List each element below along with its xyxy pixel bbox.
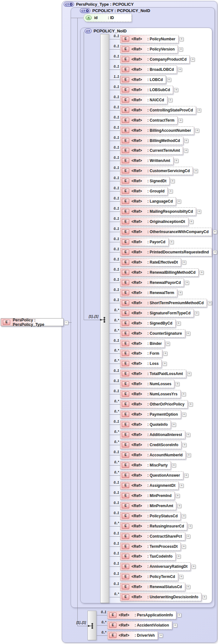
element-ref-DriverVeh[interactable]: E<Ref>: DriverVeh	[107, 631, 158, 640]
expand-icon[interactable]: +	[167, 78, 171, 82]
element-ref-TermProcessDt[interactable]: E<Ref>: TermProcessDt	[120, 542, 181, 551]
element-ref-CounterSignature[interactable]: E<Ref>: CounterSignature	[120, 329, 185, 338]
element-ref-BillingMethodCd[interactable]: E<Ref>: BillingMethodCd	[120, 137, 183, 145]
element-ref-PolicyNumber[interactable]: E<Ref>: PolicyNumber	[120, 35, 179, 43]
expand-icon[interactable]: +	[178, 291, 182, 295]
element-ref-WrittenAmt[interactable]: E<Ref>: WrittenAmt	[120, 157, 173, 165]
expand-icon[interactable]: +	[189, 402, 193, 406]
expand-icon[interactable]: +	[187, 453, 191, 457]
attribute-id[interactable]: A id : ID	[83, 14, 132, 22]
element-ref-PaymentOption[interactable]: E<Ref>: PaymentOption	[120, 410, 181, 419]
element-ref-NumLosses[interactable]: E<Ref>: NumLosses	[120, 380, 174, 388]
element-ref-ControllingStateProvCd[interactable]: E<Ref>: ControllingStateProvCd	[120, 106, 196, 114]
expand-icon[interactable]: +	[163, 352, 167, 356]
expand-icon[interactable]: +	[179, 484, 184, 488]
element-ref-PayorCd[interactable]: E<Ref>: PayorCd	[120, 238, 169, 246]
expand-icon[interactable]: +	[200, 271, 204, 275]
expand-icon[interactable]: +	[172, 463, 176, 467]
expand-icon[interactable]: +	[186, 585, 190, 589]
element-ref-BillingAccountNumber[interactable]: E<Ref>: BillingAccountNumber	[120, 126, 194, 135]
element-ref-CompanyProductCd[interactable]: E<Ref>: CompanyProductCd	[120, 55, 190, 64]
element-ref-ShortTermPremiumMethodCd[interactable]: E<Ref>: ShortTermPremiumMethodCd	[120, 299, 207, 307]
element-ref-AccountNumberId[interactable]: E<Ref>: AccountNumberId	[120, 451, 186, 459]
element-ref-NAICCd[interactable]: E<Ref>: NAICCd	[120, 96, 167, 104]
expand-icon[interactable]: +	[208, 301, 212, 305]
expand-icon[interactable]: +	[179, 118, 183, 123]
element-ref-RenewalStatusCd[interactable]: E<Ref>: RenewalStatusCd	[120, 583, 185, 591]
expand-icon[interactable]: +	[189, 220, 193, 224]
expand-icon[interactable]: +	[177, 504, 181, 508]
expand-icon[interactable]: +	[174, 159, 179, 163]
expand-icon[interactable]: +	[163, 362, 167, 366]
expand-icon[interactable]: +	[177, 554, 181, 559]
element-ref-RefusingInsurerCd[interactable]: E<Ref>: RefusingInsurerCd	[120, 522, 187, 530]
expand-icon[interactable]: +	[197, 210, 201, 214]
expand-icon[interactable]: +	[159, 634, 163, 638]
expand-icon[interactable]: +	[168, 98, 172, 102]
element-ref-PolicyStatusCd[interactable]: E<Ref>: PolicyStatusCd	[120, 512, 181, 520]
expand-icon[interactable]: +	[177, 199, 181, 204]
expand-icon[interactable]: +	[172, 423, 176, 427]
expand-icon[interactable]: +	[178, 68, 182, 72]
expand-icon[interactable]: +	[213, 230, 217, 234]
element-ref-LOBSubCd[interactable]: E<Ref>: LOBSubCd	[120, 86, 173, 94]
element-ref-LOBCd[interactable]: E<Ref>: LOBCd	[120, 76, 166, 84]
expand-icon[interactable]: +	[175, 382, 179, 386]
expand-icon[interactable]: +	[184, 139, 188, 143]
expand-icon[interactable]: +	[188, 524, 192, 528]
element-ref-MinPremAmt[interactable]: E<Ref>: MinPremAmt	[120, 502, 176, 510]
element-ref-OriginalInceptionDt[interactable]: E<Ref>: OriginalInceptionDt	[120, 218, 188, 226]
element-ref-AssignmentDt[interactable]: E<Ref>: AssignmentDt	[120, 481, 179, 490]
element-ref-ContractTerm[interactable]: E<Ref>: ContractTerm	[120, 116, 178, 124]
expand-icon[interactable]: +	[184, 473, 188, 478]
expand-icon[interactable]: +	[184, 149, 188, 153]
element-ref-MinPremInd[interactable]: E<Ref>: MinPremInd	[120, 492, 175, 500]
expand-icon[interactable]: +	[187, 372, 191, 376]
expand-icon[interactable]: +	[191, 57, 195, 62]
expand-icon[interactable]: +	[186, 332, 190, 336]
element-ref-UnderwritingDescisionInfo[interactable]: E<Ref>: UnderwritingDescisionInfo	[120, 593, 201, 601]
expand-icon[interactable]: +	[182, 514, 186, 518]
expand-icon[interactable]: +	[195, 311, 199, 315]
collapse-icon[interactable]: −	[64, 321, 68, 325]
expand-icon[interactable]: +	[173, 623, 177, 627]
element-ref-MailingResponsibiltyCd[interactable]: E<Ref>: MailingResponsibiltyCd	[120, 207, 196, 216]
expand-icon[interactable]: +	[169, 189, 173, 193]
expand-icon[interactable]: +	[182, 260, 186, 265]
element-ref-Binder[interactable]: E<Ref>: Binder	[120, 339, 165, 348]
element-perspolicy[interactable]: E PersPolicy : PersPolicy_Type	[1, 318, 64, 326]
element-ref-QuoteInfo[interactable]: E<Ref>: QuoteInfo	[120, 420, 171, 429]
expand-icon[interactable]: +	[186, 534, 190, 539]
expand-icon[interactable]: +	[202, 595, 207, 599]
expand-icon[interactable]: +	[179, 575, 183, 579]
expand-icon[interactable]: +	[174, 88, 178, 92]
element-ref-OtherInsuranceWithCompanyCd[interactable]: E<Ref>: OtherInsuranceWithCompanyCd	[120, 228, 212, 236]
element-ref-SignatureFormTypeCd[interactable]: E<Ref>: SignatureFormTypeCd	[120, 309, 194, 317]
expand-icon[interactable]: +	[177, 613, 181, 617]
expand-icon[interactable]: +	[192, 565, 196, 569]
element-ref-Form[interactable]: E<Ref>: Form	[120, 349, 162, 358]
element-ref-SignedDt[interactable]: E<Ref>: SignedDt	[120, 177, 170, 185]
element-ref-RenewalTerm[interactable]: E<Ref>: RenewalTerm	[120, 289, 177, 297]
element-ref-QuestionAnswer[interactable]: E<Ref>: QuestionAnswer	[120, 471, 183, 480]
element-ref-Loss[interactable]: E<Ref>: Loss	[120, 359, 162, 368]
element-ref-AdditionalInterest[interactable]: E<Ref>: AdditionalInterest	[120, 431, 185, 439]
expand-icon[interactable]: +	[197, 108, 201, 112]
expand-icon[interactable]: +	[195, 129, 199, 133]
element-ref-RenewalBillingMethodCd[interactable]: E<Ref>: RenewalBillingMethodCd	[120, 268, 199, 277]
element-ref-ContractSharePct[interactable]: E<Ref>: ContractSharePct	[120, 532, 185, 540]
element-ref-PolicyVersion[interactable]: E<Ref>: PolicyVersion	[120, 45, 178, 53]
element-ref-MiscParty[interactable]: E<Ref>: MiscParty	[120, 461, 171, 469]
expand-icon[interactable]: +	[182, 545, 186, 549]
expand-icon[interactable]: +	[194, 169, 198, 173]
element-ref-PrintedDocumentsRequestedInd[interactable]: E<Ref>: PrintedDocumentsRequestedInd	[120, 248, 212, 256]
expand-icon[interactable]: +	[177, 321, 181, 325]
expand-icon[interactable]: +	[176, 494, 180, 498]
element-ref-AnniversaryRatingDt[interactable]: E<Ref>: AnniversaryRatingDt	[120, 562, 191, 571]
element-ref-CurrentTermAmt[interactable]: E<Ref>: CurrentTermAmt	[120, 146, 183, 155]
element-ref-TotalPaidLossAmt[interactable]: E<Ref>: TotalPaidLossAmt	[120, 370, 186, 378]
element-ref-PolicyTermCd[interactable]: E<Ref>: PolicyTermCd	[120, 573, 178, 581]
expand-icon[interactable]: +	[170, 240, 174, 244]
expand-icon[interactable]: +	[182, 413, 186, 417]
element-ref-PersApplicationInfo[interactable]: E<Ref>: PersApplicationInfo	[107, 611, 176, 619]
